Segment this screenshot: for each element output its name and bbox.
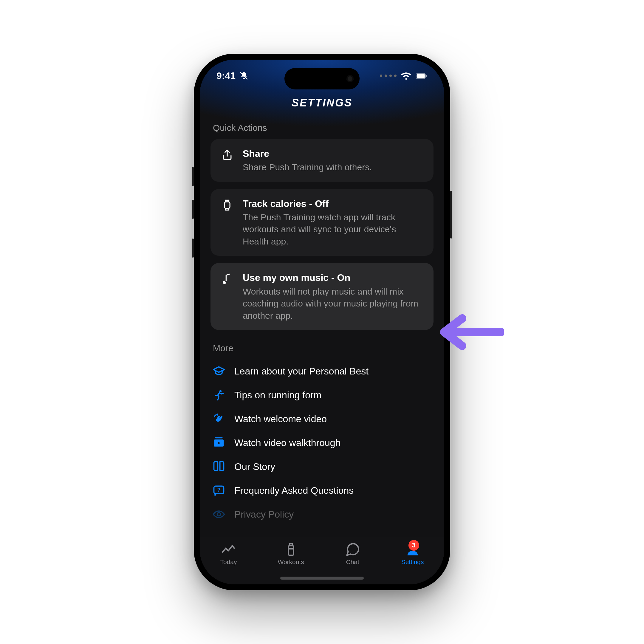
svg-text:?: ?: [217, 487, 220, 493]
status-time: 9:41: [216, 70, 236, 81]
bottle-icon: [283, 542, 299, 557]
more-item-running-form[interactable]: Tips on running form: [210, 383, 434, 407]
home-indicator[interactable]: [280, 577, 364, 580]
quick-action-subtitle: Share Push Training with others.: [243, 161, 424, 174]
more-item-label: Tips on running form: [234, 390, 321, 401]
music-note-icon: [220, 273, 234, 286]
tab-label: Settings: [401, 558, 424, 566]
svg-rect-2: [417, 74, 425, 78]
question-bubble-icon: ?: [212, 484, 226, 497]
wifi-icon: [400, 72, 412, 80]
settings-content[interactable]: Quick Actions Share Share Push Training …: [200, 119, 444, 537]
quick-action-own-music[interactable]: Use my own music - On Workouts will not …: [210, 263, 434, 330]
more-item-privacy[interactable]: Privacy Policy: [210, 502, 434, 526]
tab-label: Today: [220, 558, 237, 566]
tab-label: Workouts: [278, 558, 304, 566]
more-item-label: Frequently Asked Questions: [234, 485, 354, 496]
tab-label: Chat: [346, 558, 359, 566]
book-icon: [212, 460, 226, 473]
svg-rect-4: [225, 202, 230, 208]
svg-rect-10: [288, 546, 293, 555]
chart-line-icon: [221, 542, 236, 557]
svg-point-5: [219, 390, 222, 392]
quick-action-title: Share: [243, 147, 424, 160]
hands-clap-icon: [212, 412, 226, 425]
phone-frame: 9:41 SETTINGS: [194, 54, 450, 590]
quick-action-title: Use my own music - On: [243, 271, 424, 284]
more-item-label: Privacy Policy: [234, 509, 294, 520]
battery-icon: [416, 72, 428, 80]
more-item-welcome-video[interactable]: Watch welcome video: [210, 407, 434, 431]
more-item-label: Watch welcome video: [234, 414, 327, 425]
phone-screen: 9:41 SETTINGS: [200, 60, 444, 584]
dynamic-island: [284, 68, 360, 89]
cellular-dots-icon: [380, 75, 397, 77]
tab-workouts[interactable]: Workouts: [278, 542, 304, 566]
svg-point-9: [217, 513, 221, 516]
more-item-label: Watch video walkthrough: [234, 437, 340, 448]
quick-action-subtitle: Workouts will not play music and will mi…: [243, 286, 424, 322]
tab-settings[interactable]: Settings 3: [401, 542, 424, 566]
more-item-faq[interactable]: ? Frequently Asked Questions: [210, 479, 434, 502]
svg-rect-3: [426, 75, 427, 77]
graduation-cap-icon: [212, 365, 226, 378]
eye-icon: [212, 508, 226, 521]
section-label-more: More: [213, 343, 434, 353]
watch-icon: [220, 199, 234, 212]
silent-mode-icon: [239, 71, 249, 81]
more-item-our-story[interactable]: Our Story: [210, 455, 434, 479]
share-icon: [220, 148, 234, 162]
chat-bubble-icon: [345, 542, 360, 557]
running-icon: [212, 388, 226, 402]
more-item-label: Learn about your Personal Best: [234, 366, 369, 377]
page-title: SETTINGS: [200, 92, 444, 119]
tab-badge: 3: [408, 540, 419, 551]
more-item-label: Our Story: [234, 461, 275, 472]
tab-chat[interactable]: Chat: [345, 542, 360, 566]
quick-action-share[interactable]: Share Share Push Training with others.: [210, 139, 434, 182]
tab-today[interactable]: Today: [220, 542, 237, 566]
quick-action-title: Track calories - Off: [243, 197, 424, 210]
section-label-quick-actions: Quick Actions: [213, 123, 434, 133]
video-play-icon: [212, 436, 226, 449]
quick-action-track-calories[interactable]: Track calories - Off The Push Training w…: [210, 189, 434, 256]
quick-action-subtitle: The Push Training watch app will track w…: [243, 211, 424, 248]
more-item-personal-best[interactable]: Learn about your Personal Best: [210, 359, 434, 383]
more-item-video-walkthrough[interactable]: Watch video walkthrough: [210, 431, 434, 455]
